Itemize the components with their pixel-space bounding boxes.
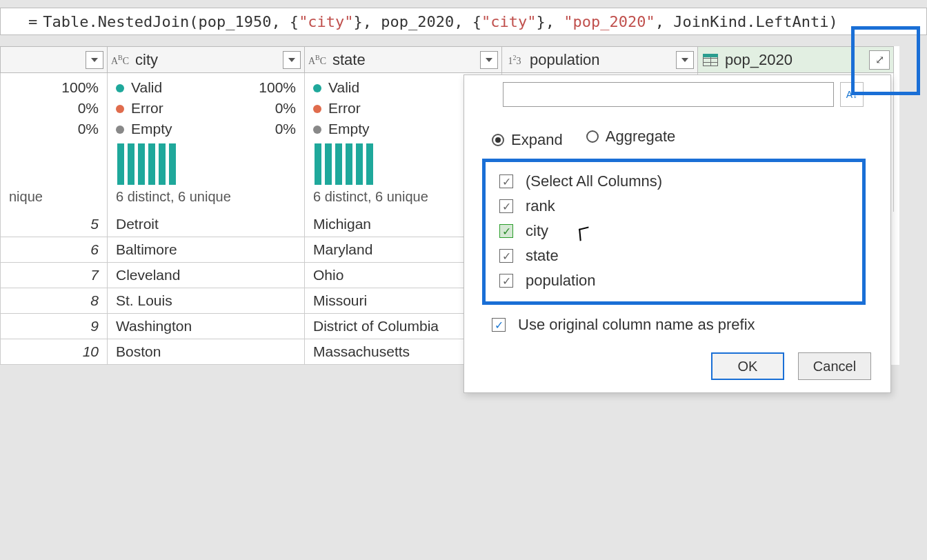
number-type-icon: 123 (502, 52, 527, 68)
error-dot-icon (116, 105, 124, 113)
radio-expand[interactable]: Expand (492, 131, 563, 149)
cell-city: Washington (108, 314, 305, 339)
column-name: pop_2020 (722, 51, 869, 69)
formula-bar[interactable]: = Table.NestedJoin(pop_1950, {"city"}, p… (0, 8, 927, 35)
ok-button[interactable]: OK (711, 352, 784, 380)
cell-city: Boston (108, 339, 305, 365)
column-header-city[interactable]: ABC city (108, 46, 305, 73)
column-header-pop-2020[interactable]: pop_2020 ⤢ (698, 46, 894, 73)
formula-equals: = (28, 13, 37, 30)
checkbox-col-state[interactable]: state (499, 243, 853, 268)
quality-cell-index: 100% 0% 0% nique (0, 73, 108, 212)
quality-cell-city: Valid100% Error0% Empty0% 6 distinct, 6 … (108, 73, 305, 212)
formula-text: Table.NestedJoin(pop_1950, {"city"}, pop… (43, 13, 837, 30)
column-name: population (527, 51, 676, 69)
columns-select-box: (Select All Columns) rankcitystatepopula… (482, 159, 866, 305)
table-header-row: ABC city ABC state 123 population pop_20… (0, 46, 899, 73)
empty-dot-icon (313, 126, 321, 134)
checkbox-icon (499, 199, 513, 213)
checkbox-icon (499, 224, 513, 238)
checkbox-col-city[interactable]: city (499, 219, 853, 243)
sort-button[interactable]: A↓ (840, 82, 864, 107)
checkbox-col-population[interactable]: population (499, 268, 853, 293)
checkbox-col-rank[interactable]: rank (499, 194, 853, 219)
cell-city: Cleveland (108, 263, 305, 288)
text-type-icon: ABC (305, 52, 330, 68)
filter-dropdown-icon[interactable] (676, 51, 694, 69)
column-name: city (132, 51, 283, 69)
cell-city: St. Louis (108, 288, 305, 314)
checkbox-select-all[interactable]: (Select All Columns) (499, 169, 853, 194)
empty-dot-icon (116, 126, 124, 134)
cell-index: 9 (0, 314, 108, 339)
filter-dropdown-icon[interactable] (283, 51, 301, 69)
column-header-population[interactable]: 123 population (502, 46, 698, 73)
column-header-index[interactable] (0, 46, 108, 73)
cell-city: Baltimore (108, 237, 305, 263)
search-input[interactable] (503, 82, 834, 107)
text-type-icon: ABC (108, 52, 132, 68)
cancel-button[interactable]: Cancel (798, 352, 871, 380)
cell-index: 8 (0, 288, 108, 314)
table-type-icon (703, 54, 718, 66)
column-header-state[interactable]: ABC state (305, 46, 502, 73)
error-dot-icon (313, 105, 321, 113)
cell-index: 10 (0, 339, 108, 365)
checkbox-icon (499, 274, 513, 288)
checkbox-icon (492, 318, 506, 332)
cell-index: 6 (0, 237, 108, 263)
checkbox-icon (499, 249, 513, 263)
valid-dot-icon (116, 84, 124, 92)
column-name: state (330, 51, 480, 69)
distribution-bars (116, 143, 296, 185)
valid-dot-icon (313, 84, 321, 92)
filter-dropdown-icon[interactable] (86, 51, 103, 69)
checkbox-icon (499, 174, 513, 188)
cell-index: 7 (0, 263, 108, 288)
radio-aggregate[interactable]: Aggregate (586, 128, 676, 146)
button-row: OK Cancel (711, 352, 871, 380)
expand-column-icon[interactable]: ⤢ (869, 50, 890, 70)
expand-column-popup: A↓ Expand Aggregate (Select All Columns)… (464, 74, 891, 393)
cell-index: 5 (0, 212, 108, 237)
checkbox-use-prefix[interactable]: Use original column name as prefix (492, 316, 878, 334)
cell-city: Detroit (108, 212, 305, 237)
filter-dropdown-icon[interactable] (480, 51, 498, 69)
mode-selector: Expand Aggregate (492, 128, 878, 149)
